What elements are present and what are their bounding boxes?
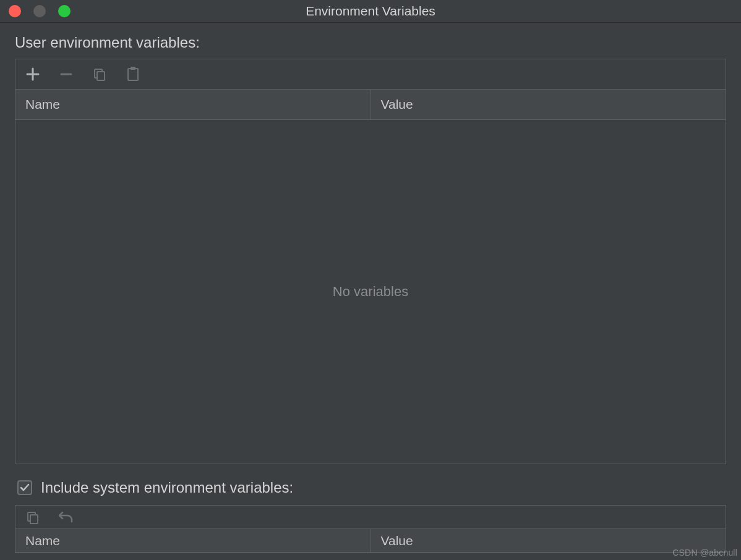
svg-rect-5 [30,515,38,524]
paste-button[interactable] [124,66,142,83]
maximize-icon[interactable] [58,5,71,17]
user-vars-toolbar [15,59,726,90]
column-name[interactable]: Name [15,90,371,119]
user-vars-table-header: Name Value [15,90,726,120]
copy-icon [93,67,106,81]
copy-system-button[interactable] [24,509,41,526]
include-system-row: Include system environment variables: [17,479,726,496]
empty-state-text: No variables [333,284,408,300]
checkmark-icon [20,483,30,493]
add-button[interactable] [24,66,41,83]
column-value[interactable]: Value [371,529,726,552]
user-vars-table-body: No variables [15,120,726,464]
copy-icon [26,511,40,524]
column-value[interactable]: Value [371,90,726,119]
close-icon[interactable] [9,5,21,17]
system-vars-toolbar [15,506,726,529]
revert-icon [59,511,74,524]
paste-icon [127,67,139,82]
minimize-icon[interactable] [33,5,46,17]
minus-icon [59,67,73,81]
svg-rect-1 [97,72,105,80]
include-system-label: Include system environment variables: [41,479,293,496]
column-name[interactable]: Name [15,529,371,552]
include-system-checkbox[interactable] [17,480,32,495]
window-controls [0,5,71,17]
user-vars-label: User environment variables: [15,34,726,51]
remove-button[interactable] [58,66,75,83]
system-vars-table-header: Name Value [15,529,726,553]
revert-system-button[interactable] [58,509,75,526]
plus-icon [26,67,40,81]
svg-rect-3 [131,67,135,70]
window-title: Environment Variables [0,4,741,19]
titlebar: Environment Variables [0,0,741,23]
copy-button[interactable] [91,66,108,83]
user-vars-panel: Name Value No variables [15,59,726,464]
system-vars-panel: Name Value [15,505,726,553]
svg-rect-2 [128,69,138,80]
